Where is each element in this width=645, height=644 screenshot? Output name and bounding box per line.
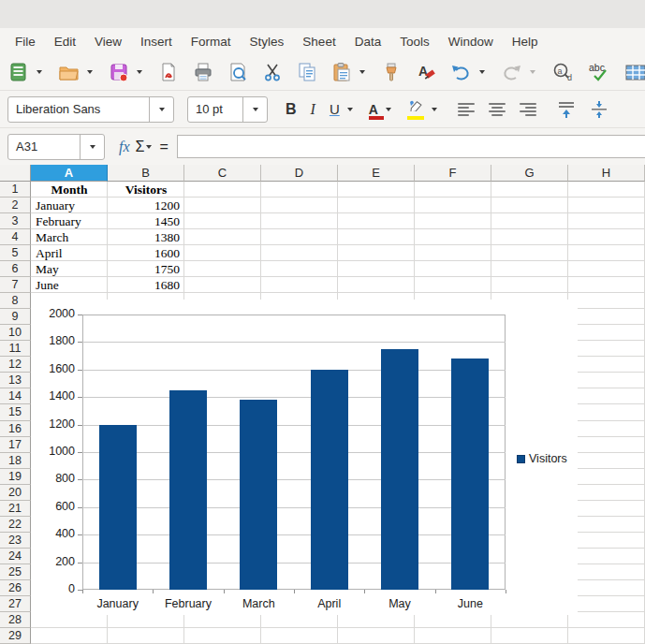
row-header-4[interactable]: 4 [0, 229, 31, 245]
column-header-C[interactable]: C [184, 165, 261, 182]
cell-A7[interactable]: June [32, 277, 107, 293]
menu-item-help[interactable]: Help [503, 31, 548, 52]
cell-A3[interactable]: February [32, 213, 107, 229]
align-right-button[interactable] [517, 96, 539, 123]
bold-button[interactable]: B [283, 96, 300, 123]
print-button[interactable] [190, 59, 216, 85]
row-header-26[interactable]: 26 [0, 580, 31, 596]
undo-button[interactable] [447, 59, 475, 85]
row-header-23[interactable]: 23 [0, 533, 31, 549]
row-header-1[interactable]: 1 [0, 182, 31, 198]
row-header-8[interactable]: 8 [0, 293, 31, 309]
bar-january[interactable] [99, 425, 137, 590]
bar-march[interactable] [240, 400, 277, 590]
copy-button[interactable] [294, 59, 320, 85]
column-header-D[interactable]: D [261, 165, 338, 182]
select-function-button[interactable]: Σ [133, 134, 157, 160]
bar-june[interactable] [451, 359, 489, 590]
menu-item-sheet[interactable]: Sheet [293, 31, 344, 52]
row-header-21[interactable]: 21 [0, 501, 31, 517]
cell-A1[interactable]: Month [32, 182, 107, 198]
row-header-5[interactable]: 5 [0, 245, 31, 261]
name-box[interactable]: A31 [7, 134, 105, 160]
underline-button[interactable]: U [327, 96, 343, 123]
font-name-combobox[interactable]: Liberation Sans [7, 96, 174, 123]
menu-item-file[interactable]: File [6, 31, 45, 52]
bar-april[interactable] [311, 370, 348, 590]
underline-dropdown[interactable] [343, 96, 358, 123]
formula-button[interactable]: = [156, 134, 170, 160]
row-header-15[interactable]: 15 [0, 404, 31, 420]
menu-item-insert[interactable]: Insert [131, 31, 182, 52]
bar-february[interactable] [169, 390, 207, 590]
font-size-dropdown[interactable] [242, 97, 267, 122]
visitors-bar-chart[interactable]: 0200400600800100012001400160018002000Jan… [31, 300, 578, 615]
row-header-17[interactable]: 17 [0, 437, 31, 453]
column-header-E[interactable]: E [338, 165, 415, 182]
function-wizard-button[interactable]: fx [116, 134, 133, 160]
name-box-dropdown[interactable] [80, 135, 104, 159]
menu-item-view[interactable]: View [85, 31, 131, 52]
row-header-2[interactable]: 2 [0, 198, 31, 213]
row-header-25[interactable]: 25 [0, 564, 31, 580]
highlight-color-button[interactable] [404, 96, 427, 123]
row-header-11[interactable]: 11 [0, 341, 31, 357]
row-header-27[interactable]: 27 [0, 596, 31, 612]
clone-formatting-button[interactable] [378, 59, 404, 85]
row-header-16[interactable]: 16 [0, 421, 31, 437]
italic-button[interactable]: I [308, 96, 318, 123]
save-button[interactable] [106, 59, 132, 85]
menu-item-data[interactable]: Data [345, 31, 391, 52]
row-header-18[interactable]: 18 [0, 453, 31, 469]
open-button[interactable] [55, 59, 82, 85]
cell-B3[interactable]: 1450 [109, 213, 183, 229]
row-header-6[interactable]: 6 [0, 261, 31, 277]
new-document-button[interactable] [6, 59, 32, 85]
row-header-19[interactable]: 19 [0, 469, 31, 485]
menu-item-format[interactable]: Format [182, 31, 241, 52]
row-header-14[interactable]: 14 [0, 388, 31, 404]
redo-button[interactable] [498, 59, 525, 85]
row-header-29[interactable]: 29 [0, 628, 31, 644]
find-replace-button[interactable]: ad [549, 59, 577, 85]
row-header-10[interactable]: 10 [0, 325, 31, 341]
cell-B2[interactable]: 1200 [109, 198, 183, 213]
menu-item-styles[interactable]: Styles [241, 31, 294, 52]
cell-B7[interactable]: 1680 [109, 277, 183, 293]
row-header-28[interactable]: 28 [0, 612, 31, 628]
highlight-color-dropdown[interactable] [427, 96, 442, 123]
row-header-9[interactable]: 9 [0, 309, 31, 325]
redo-dropdown[interactable] [525, 59, 540, 85]
cell-B5[interactable]: 1600 [109, 245, 183, 261]
cell-B4[interactable]: 1380 [109, 229, 183, 245]
select-all-corner[interactable] [0, 165, 31, 182]
paste-dropdown[interactable] [355, 59, 370, 85]
row-header-13[interactable]: 13 [0, 373, 31, 388]
print-preview-button[interactable] [225, 59, 251, 85]
column-header-B[interactable]: B [108, 165, 184, 182]
center-vertically-button[interactable] [587, 96, 611, 123]
menu-item-window[interactable]: Window [439, 31, 503, 52]
cut-button[interactable] [259, 59, 286, 85]
row-header-12[interactable]: 12 [0, 357, 31, 373]
spelling-button[interactable]: abc [585, 59, 613, 85]
menu-item-tools[interactable]: Tools [390, 31, 439, 52]
row-header-22[interactable]: 22 [0, 517, 31, 533]
cell-A5[interactable]: April [32, 245, 107, 261]
table-borders-button[interactable] [622, 59, 645, 85]
open-dropdown[interactable] [82, 59, 97, 85]
save-dropdown[interactable] [132, 59, 147, 85]
bar-may[interactable] [381, 349, 418, 590]
row-header-24[interactable]: 24 [0, 549, 31, 564]
cell-B1[interactable]: Visitors [109, 182, 183, 198]
new-document-dropdown[interactable] [32, 59, 47, 85]
clear-formatting-button[interactable]: A [413, 59, 439, 85]
cell-A6[interactable]: May [32, 261, 107, 277]
export-pdf-button[interactable] [155, 59, 182, 85]
formula-input[interactable] [177, 135, 645, 158]
row-header-20[interactable]: 20 [0, 485, 31, 501]
cell-A2[interactable]: January [32, 198, 107, 213]
row-header-7[interactable]: 7 [0, 277, 31, 293]
column-header-H[interactable]: H [568, 165, 645, 182]
cell-B6[interactable]: 1750 [109, 261, 183, 277]
